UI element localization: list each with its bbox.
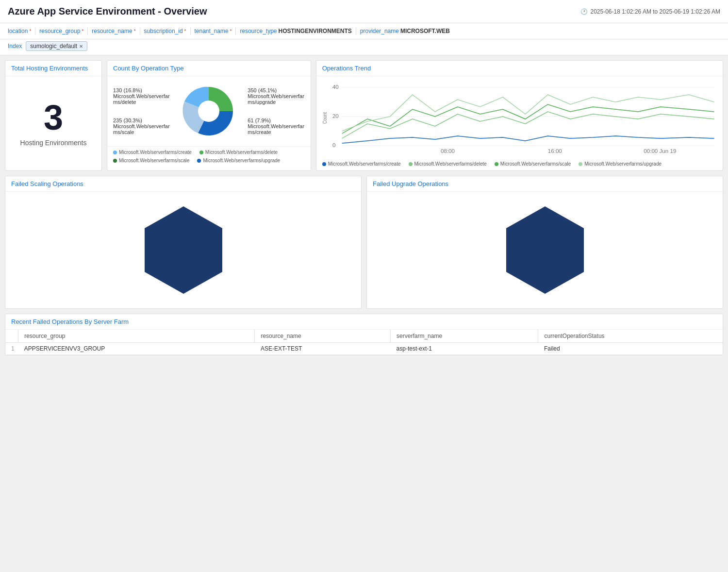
pie-label-scale: 235 (30.3%)Microsoft.Web/serverfarms/sca… — [113, 118, 170, 135]
filter-provider-name[interactable]: provider_name MICROSOFT.WEB — [360, 28, 450, 34]
pie-chart — [180, 82, 238, 140]
svg-text:08:00: 08:00 — [441, 149, 455, 154]
failed-upgrade-title: Failed Upgrade Operations — [367, 176, 723, 192]
pie-legend: Microsoft.Web/serverfarms/create Microso… — [107, 146, 311, 166]
svg-text:40: 40 — [332, 84, 339, 90]
trend-chart: 40 20 0 Count 08:00 16:00 00:00 Jun 19 — [322, 80, 717, 158]
trend-legend-upgrade: Microsoft.Web/serverfarms/upgrade — [579, 161, 662, 167]
operations-trend-panel: Operations Trend 40 20 0 Count 08:00 16:… — [316, 60, 723, 171]
recent-failed-panel: Recent Failed Operations By Server Farm … — [5, 314, 723, 355]
filter-divider-5 — [235, 27, 236, 35]
pie-label-delete: 130 (16.8%)Microsoft.Web/serverfarms/del… — [113, 87, 170, 105]
col-serverfarm-name: serverfarm_name — [391, 330, 538, 343]
bottom-row: Failed Scaling Operations Failed Upgrade… — [5, 176, 723, 309]
failed-scaling-hex — [5, 192, 361, 308]
col-resource-name: resource_name — [255, 330, 391, 343]
count-operation-content: 130 (16.8%)Microsoft.Web/serverfarms/del… — [107, 76, 311, 146]
legend-delete: Microsoft.Web/serverfarms/delete — [199, 150, 278, 155]
filter-resource-name[interactable]: resource_name * — [92, 28, 135, 34]
svg-text:Count: Count — [322, 112, 328, 124]
index-row: Index sumologic_default ✕ — [0, 39, 728, 55]
failed-upgrade-panel: Failed Upgrade Operations — [366, 176, 723, 309]
filter-divider-6 — [356, 27, 356, 35]
page-header: Azure App Service Environment - Overview… — [0, 0, 728, 23]
pie-right-labels: 350 (45.1%)Microsoft.Web/serverfarms/upg… — [248, 87, 304, 135]
svg-marker-12 — [506, 206, 584, 294]
count-operation-panel: Count By Operation Type 130 (16.8%)Micro… — [107, 60, 311, 171]
total-hosting-title: Total Hosting Environments — [5, 61, 101, 76]
clock-icon: 🕐 — [580, 8, 588, 15]
top-row: Total Hosting Environments 3 Hosting Env… — [5, 60, 723, 171]
legend-scale: Microsoft.Web/serverfarms/scale — [113, 158, 189, 163]
time-range: 🕐 2025-06-18 1:02:26 AM to 2025-06-19 1:… — [580, 8, 720, 15]
trend-legend-delete: Microsoft.Web/serverfarms/delete — [409, 161, 487, 167]
trend-legend: Microsoft.Web/serverfarms/create Microso… — [322, 161, 717, 167]
table-row: 1 APPSERVICEENVV3_GROUP ASE-EXT-TEST asp… — [5, 343, 723, 355]
total-hosting-panel: Total Hosting Environments 3 Hosting Env… — [5, 60, 102, 171]
page-title: Azure App Service Environment - Overview — [8, 6, 207, 17]
filter-tenant-name[interactable]: tenant_name * — [195, 28, 232, 34]
scaling-hexagon — [140, 202, 227, 299]
cell-operation-status: Failed — [538, 343, 723, 355]
col-num — [5, 330, 18, 343]
recent-failed-title: Recent Failed Operations By Server Farm — [5, 314, 723, 330]
svg-text:00:00 Jun 19: 00:00 Jun 19 — [644, 149, 676, 154]
col-resource-group: resource_group — [18, 330, 255, 343]
cell-resource-group: APPSERVICEENVV3_GROUP — [18, 343, 255, 355]
operations-trend-title: Operations Trend — [316, 61, 723, 76]
trend-legend-scale: Microsoft.Web/serverfarms/scale — [495, 161, 571, 167]
filter-resource-type[interactable]: resource_type HOSTINGENVIRONMENTS — [240, 28, 351, 34]
index-tag-close-button[interactable]: ✕ — [79, 44, 83, 49]
pie-left-labels: 130 (16.8%)Microsoft.Web/serverfarms/del… — [113, 87, 170, 135]
row-num: 1 — [5, 343, 18, 355]
filter-divider-4 — [190, 27, 191, 35]
index-tag: sumologic_default ✕ — [26, 41, 87, 51]
main-content: Total Hosting Environments 3 Hosting Env… — [0, 55, 728, 360]
filter-divider — [35, 27, 35, 35]
index-label[interactable]: Index — [8, 43, 22, 50]
failed-upgrade-hex — [367, 192, 723, 308]
filter-location[interactable]: location * — [8, 28, 31, 34]
count-operation-title: Count By Operation Type — [107, 61, 311, 76]
upgrade-hexagon — [501, 202, 589, 299]
svg-marker-11 — [145, 206, 222, 294]
failed-scaling-panel: Failed Scaling Operations — [5, 176, 362, 309]
pie-label-upgrade: 350 (45.1%)Microsoft.Web/serverfarms/upg… — [248, 87, 304, 105]
table-body: 1 APPSERVICEENVV3_GROUP ASE-EXT-TEST asp… — [5, 343, 723, 355]
svg-text:0: 0 — [332, 143, 335, 148]
pie-label-create: 61 (7.9%)Microsoft.Web/serverfarms/creat… — [248, 118, 304, 135]
legend-create: Microsoft.Web/serverfarms/create — [113, 150, 192, 155]
filter-subscription-id[interactable]: subscription_id * — [144, 28, 186, 34]
filter-resource-group[interactable]: resource_group * — [39, 28, 83, 34]
col-current-operation-status: currentOperationStatus — [538, 330, 723, 343]
legend-upgrade: Microsoft.Web/serverfarms/upgrade — [197, 158, 280, 163]
trend-content: 40 20 0 Count 08:00 16:00 00:00 Jun 19 — [316, 76, 723, 170]
svg-text:16:00: 16:00 — [547, 149, 562, 154]
table-header: resource_group resource_name serverfarm_… — [5, 330, 723, 343]
cell-resource-name: ASE-EXT-TEST — [255, 343, 391, 355]
svg-point-0 — [198, 101, 219, 122]
filter-divider-2 — [87, 27, 88, 35]
filter-divider-3 — [140, 27, 140, 35]
total-hosting-content: 3 Hosting Environments — [5, 76, 101, 170]
hosting-label: Hosting Environments — [20, 139, 87, 147]
filters-bar: location * resource_group * resource_nam… — [0, 23, 728, 39]
hosting-count: 3 — [44, 100, 63, 135]
failed-scaling-title: Failed Scaling Operations — [5, 176, 361, 192]
recent-failed-table: resource_group resource_name serverfarm_… — [5, 330, 723, 355]
cell-serverfarm-name: asp-test-ext-1 — [391, 343, 538, 355]
svg-text:20: 20 — [332, 114, 339, 119]
trend-legend-create: Microsoft.Web/serverfarms/create — [322, 161, 401, 167]
